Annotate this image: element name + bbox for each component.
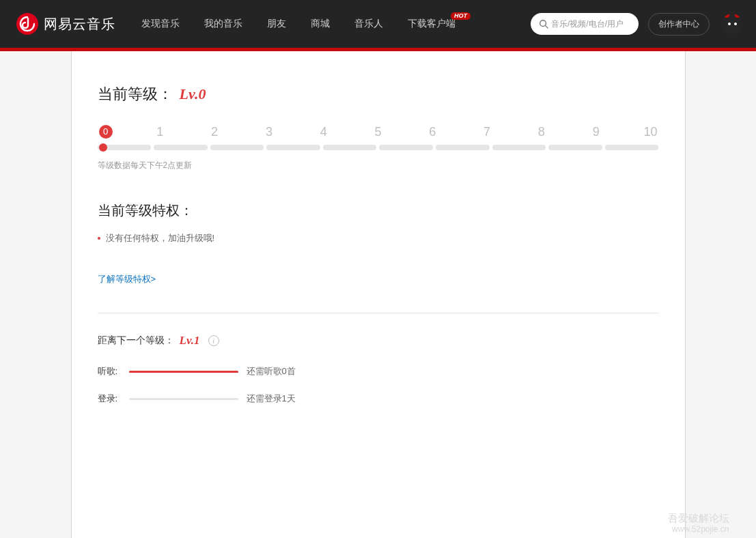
level-segment <box>436 145 490 150</box>
privileges-section: 当前等级特权： 没有任何特权，加油升级哦! 了解等级特权> <box>98 201 659 285</box>
level-segment <box>379 145 433 150</box>
top-nav: 网易云音乐 发现音乐 我的音乐 朋友 商城 音乐人 下载客户端 HOT 创作者中… <box>0 0 756 48</box>
level-tick-9: 9 <box>589 125 603 139</box>
progress-login-label: 登录: <box>98 393 121 405</box>
nav-links: 发现音乐 我的音乐 朋友 商城 音乐人 下载客户端 HOT <box>129 0 468 48</box>
level-tick-2: 2 <box>208 125 221 139</box>
current-level-heading: 当前等级： Lv.0 <box>98 84 659 104</box>
brand-logo[interactable]: 网易云音乐 <box>16 13 115 35</box>
level-segment <box>605 145 659 150</box>
next-level-value: Lv.1 <box>180 334 200 348</box>
level-tick-0: 0 <box>99 125 113 139</box>
progress-songs-bar <box>129 371 238 373</box>
learn-privileges-link[interactable]: 了解等级特权> <box>98 273 659 285</box>
next-level-label: 距离下一个等级： <box>98 335 174 347</box>
progress-login-text: 还需登录1天 <box>247 393 296 405</box>
content-card: 当前等级： Lv.0 012345678910 等级数据每天下午2点更新 当前等… <box>71 51 686 538</box>
level-tick-3: 3 <box>262 125 276 139</box>
nav-musician[interactable]: 音乐人 <box>342 0 395 48</box>
level-segment <box>492 145 546 150</box>
level-segment <box>548 145 602 150</box>
level-track: 012345678910 <box>98 125 659 150</box>
level-update-note: 等级数据每天下午2点更新 <box>98 160 659 171</box>
watermark: 吾爱破解论坛 www.52pojie.cn <box>668 512 729 534</box>
level-segment <box>210 145 264 150</box>
next-level-heading: 距离下一个等级： Lv.1 i <box>98 334 659 348</box>
current-level-label: 当前等级： <box>98 84 173 104</box>
level-segment <box>154 145 208 150</box>
progress-songs-text: 还需听歌0首 <box>247 365 296 378</box>
nav-shop[interactable]: 商城 <box>298 0 342 48</box>
netease-logo-icon <box>16 13 38 35</box>
search-box[interactable] <box>531 13 639 35</box>
level-tick-4: 4 <box>317 125 331 139</box>
privileges-title: 当前等级特权： <box>98 201 659 220</box>
nav-discover[interactable]: 发现音乐 <box>129 0 192 48</box>
creator-center-button[interactable]: 创作者中心 <box>648 13 710 36</box>
progress-login: 登录: 还需登录1天 <box>98 393 659 405</box>
nav-my-music[interactable]: 我的音乐 <box>192 0 255 48</box>
progress-songs: 听歌: 还需听歌0首 <box>98 365 659 378</box>
nav-download[interactable]: 下载客户端 HOT <box>395 0 468 48</box>
level-tick-5: 5 <box>371 125 384 139</box>
search-icon <box>539 19 548 29</box>
progress-songs-label: 听歌: <box>98 365 121 378</box>
privilege-none: 没有任何特权，加油升级哦! <box>98 232 659 244</box>
level-tick-8: 8 <box>535 125 548 139</box>
bullet-icon <box>98 237 100 240</box>
divider <box>98 313 659 313</box>
level-tick-6: 6 <box>425 125 439 139</box>
search-input[interactable] <box>551 19 630 29</box>
nav-friends[interactable]: 朋友 <box>255 0 298 48</box>
avatar[interactable] <box>722 14 742 34</box>
hot-badge: HOT <box>451 12 471 20</box>
current-level-value: Lv.0 <box>180 85 206 103</box>
brand-text: 网易云音乐 <box>44 15 115 33</box>
info-icon[interactable]: i <box>208 335 219 346</box>
level-tick-7: 7 <box>480 125 494 139</box>
level-segment <box>323 145 377 150</box>
level-tick-1: 1 <box>153 125 167 139</box>
level-segment <box>266 145 320 150</box>
progress-login-bar <box>129 398 238 400</box>
svg-line-2 <box>546 26 548 29</box>
level-tick-10: 10 <box>643 125 657 139</box>
level-position-dot <box>99 143 107 152</box>
avatar-icon <box>722 14 742 34</box>
